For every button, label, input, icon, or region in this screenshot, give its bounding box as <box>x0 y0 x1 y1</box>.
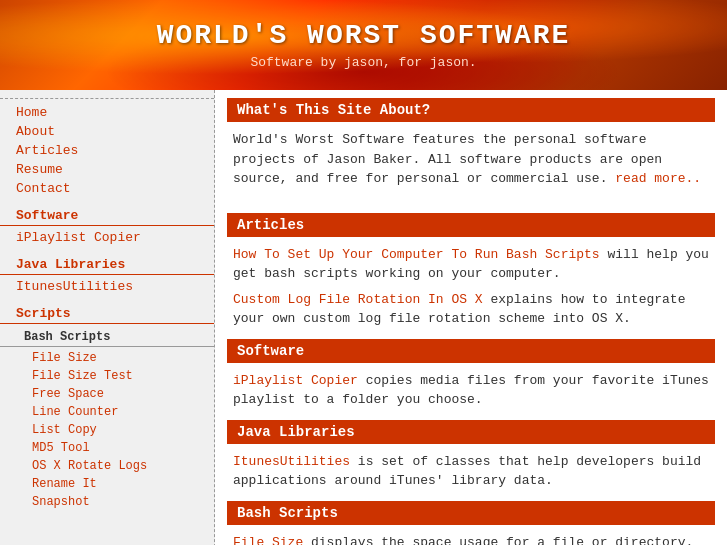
site-subtitle: Software by jason, for jason. <box>250 55 476 70</box>
sidebar-software-group: Software iPlaylist Copier <box>0 202 214 247</box>
sidebar-item-articles[interactable]: Articles <box>0 141 214 160</box>
java-heading: Java Libraries <box>227 420 715 444</box>
sidebar-item-about[interactable]: About <box>0 122 214 141</box>
sidebar-item-freespace[interactable]: Free Space <box>0 385 214 403</box>
sidebar-item-iplaylist[interactable]: iPlaylist Copier <box>0 228 214 247</box>
article-entry-1: How To Set Up Your Computer To Run Bash … <box>227 245 715 284</box>
sidebar-item-filesize[interactable]: File Size <box>0 349 214 367</box>
bash-entry-1: File Size displays the space usage for a… <box>227 533 715 546</box>
sidebar-item-renameit[interactable]: Rename It <box>0 475 214 493</box>
main-content: What's This Site About? World's Worst So… <box>215 90 727 545</box>
software-link-iplaylist[interactable]: iPlaylist Copier <box>233 373 358 388</box>
sidebar-java-title[interactable]: Java Libraries <box>0 251 214 275</box>
sidebar-bash-title: Bash Scripts <box>0 326 214 347</box>
bash-heading: Bash Scripts <box>227 501 715 525</box>
site-title: WORLD'S WORST SOFTWARE <box>157 20 571 51</box>
sidebar-scripts-title[interactable]: Scripts <box>0 300 214 324</box>
sidebar-item-md5tool[interactable]: MD5 Tool <box>0 439 214 457</box>
article-link-bash[interactable]: How To Set Up Your Computer To Run Bash … <box>233 247 600 262</box>
sidebar-software-title[interactable]: Software <box>0 202 214 226</box>
bash-link-filesize[interactable]: File Size <box>233 535 303 546</box>
java-link-itunes[interactable]: ItunesUtilities <box>233 454 350 469</box>
article-entry-2: Custom Log File Rotation In OS X explain… <box>227 290 715 329</box>
articles-heading: Articles <box>227 213 715 237</box>
sidebar-scripts-group: Scripts Bash Scripts File Size File Size… <box>0 300 214 511</box>
sidebar-item-filesizetest[interactable]: File Size Test <box>0 367 214 385</box>
sidebar: Home About Articles Resume Contact Softw… <box>0 90 215 545</box>
software-heading: Software <box>227 339 715 363</box>
sidebar-item-osxrotate[interactable]: OS X Rotate Logs <box>0 457 214 475</box>
about-body-text: World's Worst Software features the pers… <box>233 132 662 186</box>
java-entry-1: ItunesUtilities is set of classes that h… <box>227 452 715 491</box>
sidebar-nav-group: Home About Articles Resume Contact <box>0 103 214 198</box>
sidebar-item-snapshot[interactable]: Snapshot <box>0 493 214 511</box>
sidebar-item-contact[interactable]: Contact <box>0 179 214 198</box>
sidebar-java-group: Java Libraries ItunesUtilities <box>0 251 214 296</box>
read-more-link[interactable]: read more.. <box>615 171 701 186</box>
sidebar-item-home[interactable]: Home <box>0 103 214 122</box>
sidebar-item-linecounter[interactable]: Line Counter <box>0 403 214 421</box>
about-content: World's Worst Software features the pers… <box>227 130 715 203</box>
sidebar-item-itunesutil[interactable]: ItunesUtilities <box>0 277 214 296</box>
sidebar-item-resume[interactable]: Resume <box>0 160 214 179</box>
sidebar-item-listcopy[interactable]: List Copy <box>0 421 214 439</box>
article-link-logrotation[interactable]: Custom Log File Rotation In OS X <box>233 292 483 307</box>
about-heading: What's This Site About? <box>227 98 715 122</box>
site-header: WORLD'S WORST SOFTWARE Software by jason… <box>0 0 727 90</box>
bash-body-1: displays the space usage for a file or d… <box>303 535 693 546</box>
software-entry-1: iPlaylist Copier copies media files from… <box>227 371 715 410</box>
